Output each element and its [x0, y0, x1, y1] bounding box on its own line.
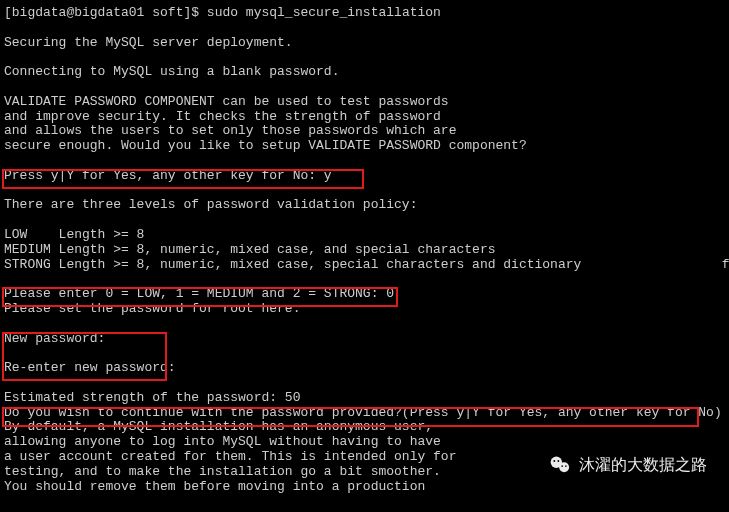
- output-line: By default, a MySQL installation has an …: [4, 419, 433, 434]
- output-line: and improve security. It checks the stre…: [4, 109, 441, 124]
- output-line: LOW Length >= 8: [4, 227, 144, 242]
- shell-command: sudo mysql_secure_installation: [207, 5, 441, 20]
- output-line: STRONG Length >= 8, numeric, mixed case,…: [4, 257, 729, 272]
- output-line: and allows the users to set only those p…: [4, 123, 456, 138]
- output-line: Estimated strength of the password: 50: [4, 390, 300, 405]
- output-line: You should remove them before moving int…: [4, 479, 425, 494]
- prompt-response: Do you wish to continue with the passwor…: [4, 405, 729, 420]
- output-line: There are three levels of password valid…: [4, 197, 417, 212]
- prompt-response: Re-enter new password:: [4, 360, 176, 375]
- output-line: Securing the MySQL server deployment.: [4, 35, 293, 50]
- terminal-output[interactable]: [bigdata@bigdata01 soft]$ sudo mysql_sec…: [0, 0, 729, 500]
- output-line: allowing anyone to log into MySQL withou…: [4, 434, 441, 449]
- shell-prompt: [bigdata@bigdata01 soft]$: [4, 5, 207, 20]
- prompt-response: Please enter 0 = LOW, 1 = MEDIUM and 2 =…: [4, 286, 394, 301]
- output-line: testing, and to make the installation go…: [4, 464, 441, 479]
- output-line: Please set the password for root here.: [4, 301, 300, 316]
- output-line: a user account created for them. This is…: [4, 449, 456, 464]
- output-line: secure enough. Would you like to setup V…: [4, 138, 527, 153]
- prompt-response: New password:: [4, 331, 105, 346]
- output-line: Connecting to MySQL using a blank passwo…: [4, 64, 339, 79]
- prompt-response: Press y|Y for Yes, any other key for No:…: [4, 168, 332, 183]
- output-line: VALIDATE PASSWORD COMPONENT can be used …: [4, 94, 449, 109]
- output-line: MEDIUM Length >= 8, numeric, mixed case,…: [4, 242, 495, 257]
